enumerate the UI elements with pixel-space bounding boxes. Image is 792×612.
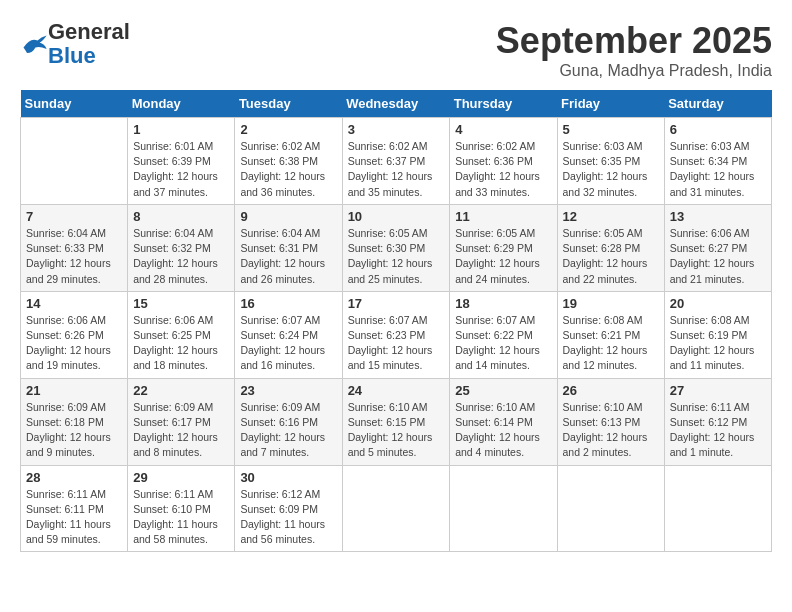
day-info: Sunrise: 6:04 AM Sunset: 6:31 PM Dayligh… <box>240 226 336 287</box>
day-info: Sunrise: 6:01 AM Sunset: 6:39 PM Dayligh… <box>133 139 229 200</box>
calendar-body: 1Sunrise: 6:01 AM Sunset: 6:39 PM Daylig… <box>21 118 772 552</box>
page-header: General Blue September 2025 Guna, Madhya… <box>20 20 772 80</box>
day-number: 21 <box>26 383 122 398</box>
calendar-cell: 10Sunrise: 6:05 AM Sunset: 6:30 PM Dayli… <box>342 204 450 291</box>
calendar-week-row: 14Sunrise: 6:06 AM Sunset: 6:26 PM Dayli… <box>21 291 772 378</box>
calendar-table: SundayMondayTuesdayWednesdayThursdayFrid… <box>20 90 772 552</box>
weekday-header-cell: Friday <box>557 90 664 118</box>
day-info: Sunrise: 6:11 AM Sunset: 6:10 PM Dayligh… <box>133 487 229 548</box>
calendar-cell: 20Sunrise: 6:08 AM Sunset: 6:19 PM Dayli… <box>664 291 771 378</box>
day-info: Sunrise: 6:07 AM Sunset: 6:23 PM Dayligh… <box>348 313 445 374</box>
weekday-header-cell: Sunday <box>21 90 128 118</box>
calendar-cell: 15Sunrise: 6:06 AM Sunset: 6:25 PM Dayli… <box>128 291 235 378</box>
day-number: 9 <box>240 209 336 224</box>
day-info: Sunrise: 6:06 AM Sunset: 6:26 PM Dayligh… <box>26 313 122 374</box>
day-info: Sunrise: 6:02 AM Sunset: 6:37 PM Dayligh… <box>348 139 445 200</box>
day-number: 30 <box>240 470 336 485</box>
day-number: 3 <box>348 122 445 137</box>
day-info: Sunrise: 6:09 AM Sunset: 6:17 PM Dayligh… <box>133 400 229 461</box>
day-number: 7 <box>26 209 122 224</box>
weekday-header-cell: Thursday <box>450 90 557 118</box>
calendar-cell: 8Sunrise: 6:04 AM Sunset: 6:32 PM Daylig… <box>128 204 235 291</box>
calendar-cell: 30Sunrise: 6:12 AM Sunset: 6:09 PM Dayli… <box>235 465 342 552</box>
logo: General Blue <box>20 20 130 68</box>
calendar-cell: 27Sunrise: 6:11 AM Sunset: 6:12 PM Dayli… <box>664 378 771 465</box>
weekday-header-cell: Tuesday <box>235 90 342 118</box>
day-info: Sunrise: 6:05 AM Sunset: 6:30 PM Dayligh… <box>348 226 445 287</box>
calendar-cell: 2Sunrise: 6:02 AM Sunset: 6:38 PM Daylig… <box>235 118 342 205</box>
day-info: Sunrise: 6:10 AM Sunset: 6:15 PM Dayligh… <box>348 400 445 461</box>
calendar-cell: 3Sunrise: 6:02 AM Sunset: 6:37 PM Daylig… <box>342 118 450 205</box>
day-info: Sunrise: 6:12 AM Sunset: 6:09 PM Dayligh… <box>240 487 336 548</box>
calendar-cell: 29Sunrise: 6:11 AM Sunset: 6:10 PM Dayli… <box>128 465 235 552</box>
day-info: Sunrise: 6:10 AM Sunset: 6:14 PM Dayligh… <box>455 400 551 461</box>
day-number: 11 <box>455 209 551 224</box>
weekday-header-cell: Monday <box>128 90 235 118</box>
day-info: Sunrise: 6:11 AM Sunset: 6:12 PM Dayligh… <box>670 400 766 461</box>
day-number: 2 <box>240 122 336 137</box>
day-number: 26 <box>563 383 659 398</box>
day-info: Sunrise: 6:10 AM Sunset: 6:13 PM Dayligh… <box>563 400 659 461</box>
day-number: 29 <box>133 470 229 485</box>
title-area: September 2025 Guna, Madhya Pradesh, Ind… <box>496 20 772 80</box>
day-info: Sunrise: 6:06 AM Sunset: 6:25 PM Dayligh… <box>133 313 229 374</box>
day-number: 10 <box>348 209 445 224</box>
day-info: Sunrise: 6:07 AM Sunset: 6:22 PM Dayligh… <box>455 313 551 374</box>
calendar-cell <box>450 465 557 552</box>
month-title: September 2025 <box>496 20 772 62</box>
day-info: Sunrise: 6:03 AM Sunset: 6:34 PM Dayligh… <box>670 139 766 200</box>
day-info: Sunrise: 6:06 AM Sunset: 6:27 PM Dayligh… <box>670 226 766 287</box>
day-info: Sunrise: 6:08 AM Sunset: 6:19 PM Dayligh… <box>670 313 766 374</box>
calendar-cell: 21Sunrise: 6:09 AM Sunset: 6:18 PM Dayli… <box>21 378 128 465</box>
calendar-week-row: 28Sunrise: 6:11 AM Sunset: 6:11 PM Dayli… <box>21 465 772 552</box>
calendar-cell: 1Sunrise: 6:01 AM Sunset: 6:39 PM Daylig… <box>128 118 235 205</box>
calendar-cell <box>21 118 128 205</box>
day-number: 4 <box>455 122 551 137</box>
day-number: 23 <box>240 383 336 398</box>
day-info: Sunrise: 6:07 AM Sunset: 6:24 PM Dayligh… <box>240 313 336 374</box>
calendar-week-row: 21Sunrise: 6:09 AM Sunset: 6:18 PM Dayli… <box>21 378 772 465</box>
logo-general: General <box>48 20 130 44</box>
day-number: 20 <box>670 296 766 311</box>
logo-blue: Blue <box>48 44 130 68</box>
calendar-cell: 14Sunrise: 6:06 AM Sunset: 6:26 PM Dayli… <box>21 291 128 378</box>
day-number: 28 <box>26 470 122 485</box>
calendar-cell: 16Sunrise: 6:07 AM Sunset: 6:24 PM Dayli… <box>235 291 342 378</box>
day-info: Sunrise: 6:08 AM Sunset: 6:21 PM Dayligh… <box>563 313 659 374</box>
calendar-cell: 28Sunrise: 6:11 AM Sunset: 6:11 PM Dayli… <box>21 465 128 552</box>
day-info: Sunrise: 6:11 AM Sunset: 6:11 PM Dayligh… <box>26 487 122 548</box>
calendar-cell: 17Sunrise: 6:07 AM Sunset: 6:23 PM Dayli… <box>342 291 450 378</box>
day-number: 12 <box>563 209 659 224</box>
day-number: 19 <box>563 296 659 311</box>
day-number: 1 <box>133 122 229 137</box>
day-number: 18 <box>455 296 551 311</box>
day-number: 24 <box>348 383 445 398</box>
weekday-header-cell: Saturday <box>664 90 771 118</box>
weekday-header-cell: Wednesday <box>342 90 450 118</box>
calendar-cell: 23Sunrise: 6:09 AM Sunset: 6:16 PM Dayli… <box>235 378 342 465</box>
day-number: 25 <box>455 383 551 398</box>
calendar-cell: 22Sunrise: 6:09 AM Sunset: 6:17 PM Dayli… <box>128 378 235 465</box>
day-number: 5 <box>563 122 659 137</box>
calendar-week-row: 7Sunrise: 6:04 AM Sunset: 6:33 PM Daylig… <box>21 204 772 291</box>
weekday-header-row: SundayMondayTuesdayWednesdayThursdayFrid… <box>21 90 772 118</box>
day-info: Sunrise: 6:04 AM Sunset: 6:32 PM Dayligh… <box>133 226 229 287</box>
bird-icon <box>20 33 48 55</box>
calendar-cell: 7Sunrise: 6:04 AM Sunset: 6:33 PM Daylig… <box>21 204 128 291</box>
day-number: 17 <box>348 296 445 311</box>
calendar-cell: 18Sunrise: 6:07 AM Sunset: 6:22 PM Dayli… <box>450 291 557 378</box>
day-info: Sunrise: 6:02 AM Sunset: 6:36 PM Dayligh… <box>455 139 551 200</box>
calendar-cell: 24Sunrise: 6:10 AM Sunset: 6:15 PM Dayli… <box>342 378 450 465</box>
day-number: 6 <box>670 122 766 137</box>
location-subtitle: Guna, Madhya Pradesh, India <box>496 62 772 80</box>
calendar-cell <box>342 465 450 552</box>
day-info: Sunrise: 6:05 AM Sunset: 6:29 PM Dayligh… <box>455 226 551 287</box>
calendar-cell: 9Sunrise: 6:04 AM Sunset: 6:31 PM Daylig… <box>235 204 342 291</box>
calendar-cell: 13Sunrise: 6:06 AM Sunset: 6:27 PM Dayli… <box>664 204 771 291</box>
calendar-cell: 11Sunrise: 6:05 AM Sunset: 6:29 PM Dayli… <box>450 204 557 291</box>
day-number: 16 <box>240 296 336 311</box>
day-number: 27 <box>670 383 766 398</box>
day-number: 8 <box>133 209 229 224</box>
calendar-cell <box>664 465 771 552</box>
calendar-cell: 25Sunrise: 6:10 AM Sunset: 6:14 PM Dayli… <box>450 378 557 465</box>
